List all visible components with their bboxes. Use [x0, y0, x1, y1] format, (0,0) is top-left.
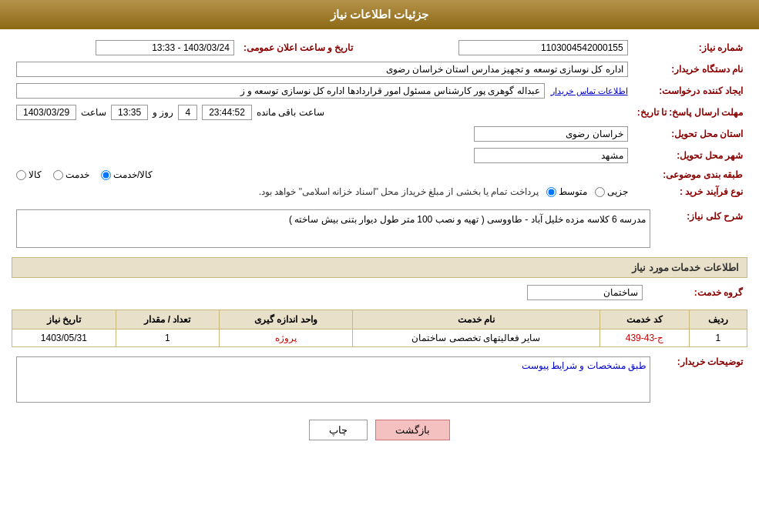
radio-kala-input[interactable]	[16, 170, 26, 180]
purchase-description: پرداخت تمام یا بخشی از مبلغ خریداز محل "…	[16, 186, 539, 197]
row-city: شهر محل تحویل: مشهد	[12, 145, 747, 166]
category-label: طبقه بندی موضوعی:	[633, 166, 747, 183]
radio-khedmat-input[interactable]	[53, 170, 63, 180]
service-table-body: 1 ج-43-439 سایر فعالیتهای تخصصی ساختمان …	[12, 330, 747, 347]
service-table: ردیف کد خدمت نام خدمت واحد اندازه گیری ت…	[12, 309, 747, 347]
radio-kala-khedmat-input[interactable]	[101, 170, 111, 180]
province-label: استان محل تحویل:	[633, 123, 747, 145]
deadline-countdown-label: ساعت باقی مانده	[257, 107, 324, 118]
th-row-num: ردیف	[689, 310, 747, 330]
contact-info-link[interactable]: اطلاعات تماس خریدار	[551, 86, 628, 96]
radio-kala-khedmat: کالا/خدمت	[101, 169, 153, 180]
motavasset-label: متوسط	[559, 186, 587, 197]
cell-service-code: ج-43-439	[599, 330, 689, 347]
row-service-group: گروه خدمت: ساختمان	[12, 282, 747, 303]
cell-unit: پروژه	[220, 330, 352, 347]
deadline-date: 1403/03/29	[16, 105, 76, 120]
th-count: تعداد / مقدار	[116, 310, 220, 330]
row-org-name: نام دستگاه خریدار: اداره کل نوسازی توسعه…	[12, 59, 747, 80]
service-group-value: ساختمان	[527, 285, 643, 300]
row-purchase-type: نوع فرآیند خرید : پرداخت تمام یا بخشی از…	[12, 183, 747, 200]
org-name-value: اداره کل نوسازی توسعه و تجهیز مدارس استا…	[16, 62, 628, 77]
creator-label: ایجاد کننده درخواست:	[633, 80, 747, 102]
print-button[interactable]: چاپ	[309, 420, 368, 440]
radio-motavasset: متوسط	[546, 186, 587, 197]
buyer-desc-label: توضیحات خریدار:	[655, 353, 747, 408]
radio-jozvi-input[interactable]	[595, 187, 605, 197]
need-desc-value: مدرسه 6 کلاسه مزده خلیل آباد - طاووسی ( …	[16, 209, 650, 248]
kala-khedmat-label: کالا/خدمت	[113, 169, 153, 180]
need-desc-label: شرح کلی نیاز:	[655, 206, 747, 251]
row-deadline: مهلت ارسال پاسخ: تا تاریخ: 1403/03/29 سا…	[12, 102, 747, 123]
row-creator: ایجاد کننده درخواست: عبداله گوهری پور کا…	[12, 80, 747, 102]
th-service-name: نام خدمت	[352, 310, 599, 330]
city-value: مشهد	[474, 148, 628, 163]
main-content: شماره نیاز: 1103004542000155 تاریخ و ساع…	[0, 29, 759, 460]
buyer-desc-table: توضیحات خریدار:	[12, 353, 747, 408]
header-title: جزئیات اطلاعات نیاز	[331, 8, 428, 21]
row-category: طبقه بندی موضوعی: کالا خدمت کالا/خدمت	[12, 166, 747, 183]
th-date: تاریخ نیاز	[12, 310, 116, 330]
radio-motavasset-input[interactable]	[546, 187, 556, 197]
service-group-table: گروه خدمت: ساختمان	[12, 282, 747, 303]
cell-count: 1	[116, 330, 220, 347]
deadline-label: مهلت ارسال پاسخ: تا تاریخ:	[633, 102, 747, 123]
row-need-number: شماره نیاز: 1103004542000155 تاریخ و ساع…	[12, 37, 747, 59]
table-header-row: ردیف کد خدمت نام خدمت واحد اندازه گیری ت…	[12, 310, 747, 330]
creator-value: عبداله گوهری پور کارشناس مسئول امور قرار…	[16, 83, 545, 99]
jozvi-label: جزیی	[607, 186, 628, 197]
table-row: 1 ج-43-439 سایر فعالیتهای تخصصی ساختمان …	[12, 330, 747, 347]
buyer-desc-textarea[interactable]	[16, 356, 650, 403]
need-desc-table: شرح کلی نیاز: مدرسه 6 کلاسه مزده خلیل آب…	[12, 206, 747, 251]
page-header: جزئیات اطلاعات نیاز	[0, 0, 759, 29]
back-button[interactable]: بازگشت	[375, 420, 450, 440]
cell-date: 1403/05/31	[12, 330, 116, 347]
need-number-value: 1103004542000155	[458, 40, 628, 55]
purchase-type-label: نوع فرآیند خرید :	[633, 183, 747, 200]
org-name-label: نام دستگاه خریدار:	[633, 59, 747, 80]
row-need-desc: شرح کلی نیاز: مدرسه 6 کلاسه مزده خلیل آب…	[12, 206, 747, 251]
service-table-head: ردیف کد خدمت نام خدمت واحد اندازه گیری ت…	[12, 310, 747, 330]
deadline-countdown: 23:44:52	[202, 105, 252, 120]
page-wrapper: جزئیات اطلاعات نیاز شماره نیاز: 11030045…	[0, 0, 759, 532]
deadline-day-label: روز و	[153, 107, 173, 118]
radio-jozvi: جزیی	[595, 186, 628, 197]
service-info-header: اطلاعات خدمات مورد نیاز	[12, 257, 747, 278]
cell-row-num: 1	[689, 330, 747, 347]
button-row: چاپ بازگشت	[12, 420, 747, 440]
khedmat-label: خدمت	[65, 169, 89, 180]
kala-label: کالا	[29, 169, 42, 180]
cell-service-name: سایر فعالیتهای تخصصی ساختمان	[352, 330, 599, 347]
deadline-time-label: ساعت	[81, 107, 106, 118]
info-table: شماره نیاز: 1103004542000155 تاریخ و ساع…	[12, 37, 747, 200]
th-unit: واحد اندازه گیری	[220, 310, 352, 330]
row-buyer-desc: توضیحات خریدار:	[12, 353, 747, 408]
th-service-code: کد خدمت	[599, 310, 689, 330]
service-group-label: گروه خدمت:	[647, 282, 747, 303]
announce-value: 1403/03/24 - 13:33	[96, 40, 234, 55]
deadline-days: 4	[178, 105, 197, 120]
radio-kala: کالا	[16, 169, 42, 180]
announce-label: تاریخ و ساعت اعلان عمومی:	[239, 37, 358, 59]
radio-khedmat: خدمت	[53, 169, 89, 180]
deadline-time: 13:35	[111, 105, 148, 120]
city-label: شهر محل تحویل:	[633, 145, 747, 166]
need-number-label: شماره نیاز:	[633, 37, 747, 59]
province-value: خراسان رضوی	[474, 126, 628, 142]
row-province: استان محل تحویل: خراسان رضوی	[12, 123, 747, 145]
